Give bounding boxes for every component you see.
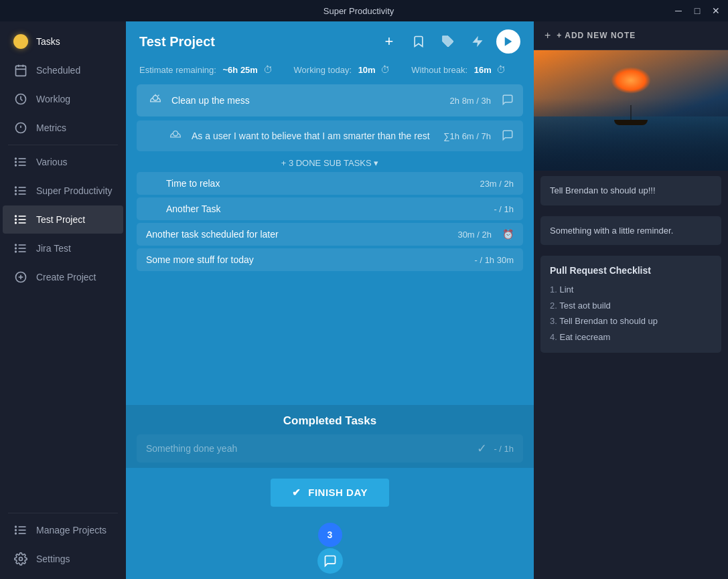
mast [631, 105, 632, 120]
sidebar-item-worklog[interactable]: Worklog [3, 85, 123, 113]
comment-icon-user[interactable] [502, 129, 514, 143]
checklist-item-2: Test aot build [550, 298, 712, 314]
svg-point-48 [173, 131, 177, 136]
plus-icon [13, 270, 28, 284]
list-icon-sp [13, 183, 28, 198]
add-task-button[interactable]: + [378, 31, 400, 52]
svg-marker-44 [505, 37, 512, 46]
close-button[interactable]: ✕ [709, 4, 723, 17]
sidebar-scheduled-label: Scheduled [36, 65, 80, 76]
checklist-item-4: Eat icecream [550, 329, 712, 345]
project-header: Test Project + [126, 21, 534, 62]
checklist-item-3: Tell Brendan to should up [550, 313, 712, 329]
sidebar-item-manage-projects[interactable]: Manage Projects [3, 516, 123, 544]
task-icon-user [166, 127, 185, 145]
svg-point-13 [15, 165, 17, 166]
add-note-label: + ADD NEW NOTE [557, 31, 636, 40]
task-time-scheduled: 30m / 2h [457, 230, 492, 240]
completed-title: Completed Tasks [137, 410, 523, 434]
sidebar-create-label: Create Project [36, 272, 96, 282]
sidebar-item-super-productivity[interactable]: Super Productivity [3, 177, 123, 205]
note-image [534, 50, 728, 171]
sidebar-item-tasks[interactable]: Tasks [3, 27, 123, 56]
check-icon: ✓ [477, 441, 487, 456]
list-icon-jira [13, 241, 28, 256]
break-label: Without break: 16m ⏱ [411, 64, 506, 75]
sidebar-tp-label: Test Project [36, 214, 85, 225]
task-time-another: - / 1h [494, 204, 514, 214]
sidebar-item-metrics[interactable]: Metrics [3, 114, 123, 142]
sidebar-item-various[interactable]: Various [3, 148, 123, 176]
sidebar: Tasks Scheduled Worklog [0, 21, 126, 579]
finish-day-button[interactable]: ✔ FINISH DAY [271, 479, 389, 507]
task-card-cleanup[interactable]: Clean up the mess 2h 8m / 3h [137, 84, 523, 116]
note-card-checklist[interactable]: Pull Request Checklist Lint Test aot bui… [540, 256, 721, 353]
app-body: Tasks Scheduled Worklog [0, 21, 728, 579]
sub-task-card-user[interactable]: As a user I want to believe that I am sm… [137, 120, 523, 151]
tag-button[interactable] [437, 31, 459, 52]
sidebar-item-test-project[interactable]: Test Project [3, 205, 123, 234]
fab-badge[interactable]: 3 [318, 523, 342, 547]
task-card-more-stuff[interactable]: Some more stuff for today - / 1h 30m [137, 248, 523, 271]
fab-main-btn[interactable] [317, 548, 343, 574]
settings-icon [13, 552, 28, 566]
add-note-button[interactable]: + + ADD NEW NOTE [534, 21, 728, 50]
right-panel: + + ADD NEW NOTE Tell Brendan to should … [534, 21, 728, 579]
boat-body [614, 120, 648, 125]
main-panel: Test Project + [126, 21, 534, 579]
svg-point-11 [15, 158, 17, 159]
list-icon-various [13, 155, 28, 169]
working-value: 10m [358, 65, 376, 75]
fab-icon-area: 3 [317, 523, 343, 574]
bookmark-button[interactable] [408, 31, 429, 52]
alarm-icon: ⏰ [502, 229, 514, 240]
break-icon: ⏱ [496, 64, 506, 75]
sidebar-item-settings[interactable]: Settings [3, 545, 123, 573]
completed-task-time: - / 1h [494, 444, 514, 454]
clock-icon [13, 92, 28, 106]
svg-marker-43 [473, 36, 483, 48]
estimate-label: Estimate remaining: ~6h 25m ⏱ [139, 64, 273, 75]
play-button[interactable] [496, 29, 520, 54]
task-name-cleanup: Clean up the mess [171, 95, 443, 106]
note-card-reminder[interactable]: Something with a little reminder. [540, 216, 721, 246]
maximize-button[interactable]: □ [690, 4, 704, 17]
task-time-user: ∑1h 6m / 7h [443, 131, 491, 141]
sidebar-tasks-label: Tasks [36, 36, 60, 47]
sidebar-various-label: Various [36, 157, 67, 167]
sidebar-item-jira[interactable]: Jira Test [3, 234, 123, 262]
done-sub-tasks-toggle[interactable]: + 3 DONE SUB TASKS ▾ [137, 154, 523, 172]
note-card-brendan[interactable]: Tell Brendan to should up!!! [540, 176, 721, 205]
task-card-time-relax[interactable]: Time to relax 23m / 2h [137, 172, 523, 195]
svg-point-24 [15, 219, 17, 220]
finish-day-area: ✔ FINISH DAY [126, 468, 534, 517]
sidebar-bottom-divider [8, 513, 118, 513]
estimate-value: ~6h 25m [223, 65, 258, 75]
completed-section: Completed Tasks Something done yeah ✓ - … [126, 405, 534, 468]
calendar-icon [13, 63, 28, 78]
reminder-note-text: Something with a little reminder. [550, 226, 673, 236]
task-card-another[interactable]: Another Task - / 1h [137, 197, 523, 220]
minimize-button[interactable]: ─ [672, 4, 685, 17]
task-time-cleanup: 2h 8m / 3h [450, 96, 491, 106]
task-icon-cleanup [146, 91, 165, 110]
stats-bar: Estimate remaining: ~6h 25m ⏱ Working to… [126, 62, 534, 82]
task-name-stuff: Some more stuff for today [146, 254, 467, 265]
app-title: Super Productivity [46, 6, 672, 16]
svg-point-29 [15, 244, 17, 246]
bottom-fab-area: 3 [126, 517, 534, 579]
add-note-plus-icon: + [544, 29, 551, 42]
completed-task-name: Something done yeah [146, 443, 470, 454]
message-icon [323, 554, 337, 568]
sidebar-item-scheduled[interactable]: Scheduled [3, 56, 123, 84]
lightning-button[interactable] [467, 31, 488, 52]
svg-point-30 [15, 248, 17, 249]
sidebar-item-create-project[interactable]: Create Project [3, 263, 123, 291]
comment-icon-cleanup[interactable] [502, 94, 514, 108]
task-card-scheduled-later[interactable]: Another task scheduled for later 30m / 2… [137, 223, 523, 246]
completed-task-done[interactable]: Something done yeah ✓ - / 1h [137, 434, 523, 463]
sidebar-manage-label: Manage Projects [36, 525, 106, 535]
boat-silhouette [611, 112, 651, 125]
sidebar-settings-label: Settings [36, 554, 70, 564]
checklist-items: Lint Test aot build Tell Brendan to shou… [550, 282, 712, 345]
